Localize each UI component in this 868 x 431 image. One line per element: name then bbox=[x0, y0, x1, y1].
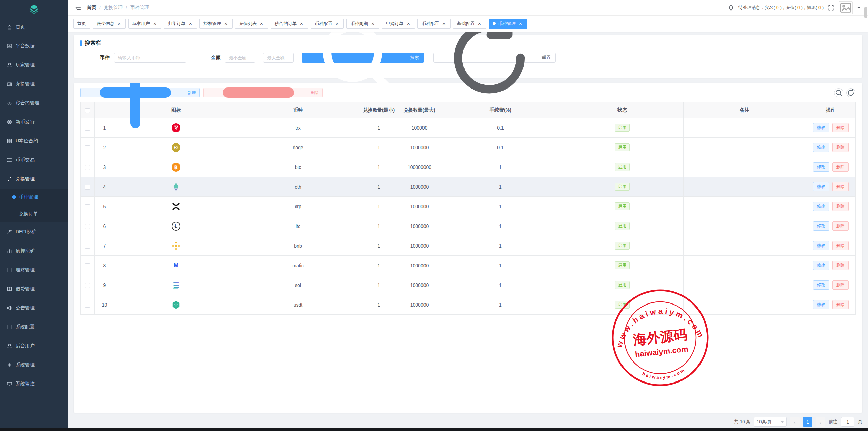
add-button[interactable]: 新增 bbox=[80, 88, 200, 97]
sidebar-subitem-coin-management[interactable]: 币种管理 bbox=[0, 189, 68, 205]
user-icon bbox=[7, 343, 12, 349]
sidebar-item-u-standard-contract[interactable]: U本位合约 bbox=[0, 132, 68, 151]
list-icon bbox=[7, 157, 12, 163]
coin-name: sol bbox=[237, 275, 359, 295]
select-all-checkbox[interactable] bbox=[85, 108, 90, 113]
row-checkbox[interactable] bbox=[85, 126, 90, 131]
tab-coin-cycle[interactable]: 币种周期× bbox=[346, 19, 379, 29]
close-icon[interactable]: × bbox=[152, 21, 157, 26]
tab-player-users[interactable]: 玩家用户× bbox=[128, 19, 161, 29]
row-checkbox[interactable] bbox=[85, 224, 90, 229]
tab-recharge-list[interactable]: 充值列表× bbox=[235, 19, 268, 29]
row-checkbox[interactable] bbox=[85, 283, 90, 288]
delete-button[interactable]: 删除 bbox=[832, 300, 849, 309]
tab-home[interactable]: 首页 bbox=[73, 19, 90, 29]
delete-button[interactable]: 删除 bbox=[832, 221, 849, 231]
row-checkbox[interactable] bbox=[85, 204, 90, 209]
sidebar-item-staking-mining[interactable]: 质押挖矿 bbox=[0, 241, 68, 260]
sidebar-item-wealth-management[interactable]: 理财管理 bbox=[0, 260, 68, 279]
search-button[interactable]: 搜索 bbox=[302, 53, 424, 63]
sidebar-item-platform-data[interactable]: 平台数据 bbox=[0, 37, 68, 56]
edit-button[interactable]: 修改 bbox=[813, 241, 829, 250]
tab-collection-orders[interactable]: 归集订单× bbox=[164, 19, 197, 29]
sidebar-item-defi-mining[interactable]: DEFI挖矿 bbox=[0, 222, 68, 241]
coin-input[interactable] bbox=[114, 53, 186, 63]
delete-button[interactable]: 删除 bbox=[832, 261, 849, 270]
delete-button[interactable]: 删除 bbox=[832, 182, 849, 191]
close-icon[interactable]: × bbox=[117, 21, 122, 26]
caret-down-icon[interactable] bbox=[857, 7, 861, 9]
tab-coin-config[interactable]: 币种配置× bbox=[311, 19, 344, 29]
sidebar-item-system-config[interactable]: 系统配置 bbox=[0, 317, 68, 336]
delete-button[interactable]: 删除 bbox=[832, 143, 849, 152]
breadcrumb-item-0[interactable]: 首页 bbox=[87, 5, 96, 11]
edit-button[interactable]: 修改 bbox=[813, 162, 829, 172]
delete-button[interactable]: 删除 bbox=[832, 241, 849, 250]
close-icon[interactable]: × bbox=[223, 21, 229, 26]
close-icon[interactable]: × bbox=[441, 21, 447, 26]
sidebar-item-coin-trading[interactable]: 币币交易 bbox=[0, 151, 68, 170]
tab-account-change[interactable]: 账变信息× bbox=[93, 19, 126, 29]
row-checkbox[interactable] bbox=[85, 303, 90, 308]
sidebar-item-system-management[interactable]: 系统管理 bbox=[0, 355, 68, 374]
sidebar-item-player-management[interactable]: 玩家管理 bbox=[0, 56, 68, 75]
amount-max-input[interactable] bbox=[263, 53, 294, 63]
row-checkbox[interactable] bbox=[85, 244, 90, 249]
sidebar-item-second-contract[interactable]: 秒合约管理 bbox=[0, 94, 68, 113]
fullscreen-icon[interactable] bbox=[828, 5, 834, 11]
bell-icon[interactable] bbox=[728, 5, 734, 11]
edit-button[interactable]: 修改 bbox=[813, 300, 829, 309]
close-icon[interactable]: × bbox=[259, 21, 264, 26]
sidebar-item-home[interactable]: 首页 bbox=[0, 18, 68, 37]
edit-button[interactable]: 修改 bbox=[813, 123, 829, 132]
scrollbar-thumb[interactable] bbox=[864, 7, 867, 18]
avatar[interactable] bbox=[839, 1, 853, 14]
next-page-button[interactable]: › bbox=[816, 417, 825, 427]
row-checkbox[interactable] bbox=[85, 165, 90, 170]
search-toggle-button[interactable] bbox=[834, 88, 843, 97]
edit-button[interactable]: 修改 bbox=[813, 143, 829, 152]
sidebar-item-backend-users[interactable]: 后台用户 bbox=[0, 336, 68, 355]
tab-second-contract-orders[interactable]: 秒合约订单× bbox=[271, 19, 308, 29]
close-icon[interactable]: × bbox=[335, 21, 340, 26]
delete-button[interactable]: 删除 bbox=[832, 280, 849, 290]
tab-coin-config-2[interactable]: 币种配置× bbox=[417, 19, 451, 29]
edit-button[interactable]: 修改 bbox=[813, 280, 829, 290]
sidebar-subitem-exchange-orders[interactable]: 兑换订单 bbox=[0, 205, 68, 222]
sidebar-item-system-monitor[interactable]: 系统监控 bbox=[0, 374, 68, 393]
edit-button[interactable]: 修改 bbox=[813, 221, 829, 231]
row-checkbox[interactable] bbox=[85, 185, 90, 190]
sidebar-item-loan-management[interactable]: 借贷管理 bbox=[0, 279, 68, 298]
tab-subscription-orders[interactable]: 申购订单× bbox=[382, 19, 415, 29]
tab-coin-management[interactable]: 币种管理× bbox=[489, 19, 527, 29]
reset-button[interactable]: 重置 bbox=[433, 53, 556, 63]
close-icon[interactable]: × bbox=[477, 21, 482, 26]
hamburger-icon[interactable] bbox=[75, 4, 81, 11]
close-icon[interactable]: × bbox=[370, 21, 375, 26]
sidebar-item-deposit-withdraw[interactable]: 充提管理 bbox=[0, 75, 68, 94]
close-icon[interactable]: × bbox=[518, 21, 523, 26]
edit-button[interactable]: 修改 bbox=[813, 182, 829, 191]
batch-delete-button[interactable]: 删除 bbox=[203, 88, 323, 97]
tab-basic-config[interactable]: 基础配置× bbox=[453, 19, 486, 29]
sidebar-item-new-coin-issue[interactable]: 新币发行 bbox=[0, 113, 68, 132]
amount-min-input[interactable] bbox=[225, 53, 255, 63]
close-icon[interactable]: × bbox=[188, 21, 193, 26]
page-size-select[interactable]: 10条/页 bbox=[754, 417, 787, 427]
edit-button[interactable]: 修改 bbox=[813, 261, 829, 270]
delete-button[interactable]: 删除 bbox=[832, 202, 849, 211]
sidebar-item-exchange-management[interactable]: 兑换管理 bbox=[0, 170, 68, 189]
close-icon[interactable]: × bbox=[406, 21, 411, 26]
row-checkbox[interactable] bbox=[85, 263, 90, 268]
close-icon[interactable]: × bbox=[299, 21, 304, 26]
sidebar-item-announcement-management[interactable]: 公告管理 bbox=[0, 298, 68, 317]
delete-button[interactable]: 删除 bbox=[832, 162, 849, 172]
edit-button[interactable]: 修改 bbox=[813, 202, 829, 211]
delete-button[interactable]: 删除 bbox=[832, 123, 849, 132]
prev-page-button[interactable]: ‹ bbox=[790, 417, 800, 427]
refresh-button[interactable] bbox=[846, 88, 855, 97]
tab-auth-management[interactable]: 授权管理× bbox=[199, 19, 233, 29]
goto-page-input[interactable] bbox=[841, 417, 854, 427]
row-checkbox[interactable] bbox=[85, 145, 90, 150]
page-number-button[interactable]: 1 bbox=[803, 417, 812, 427]
